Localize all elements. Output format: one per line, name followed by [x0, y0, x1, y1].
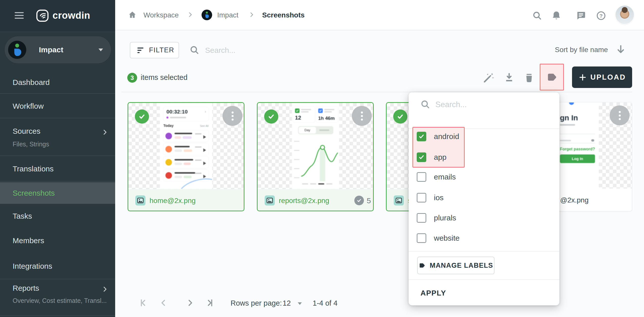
thumb-tab-day: Day — [299, 127, 316, 133]
tag-count-value: 5 — [367, 189, 371, 211]
chevron-down-icon — [98, 49, 103, 51]
breadcrumb-workspace[interactable]: Workspace — [143, 11, 179, 19]
checkbox-checked-icon[interactable] — [417, 152, 426, 162]
thumb-section-text: Today — [163, 124, 174, 128]
image-file-icon — [394, 195, 404, 206]
tag-label-icon — [418, 262, 426, 269]
sidebar-item-screenshots[interactable]: Screenshots — [0, 182, 115, 204]
sidebar-item-translations[interactable]: Translations — [0, 156, 115, 182]
sidebar-item-dashboard[interactable]: Dashboard — [0, 71, 115, 94]
rows-per-page-caret-icon[interactable] — [298, 302, 302, 305]
sidebar-item-sub: Files, Strings — [13, 141, 49, 148]
chevron-right-icon — [101, 128, 109, 137]
pagination-next-page-icon[interactable] — [185, 298, 195, 308]
pagination-prev-page-icon[interactable] — [159, 298, 169, 308]
pagination-first-page-icon[interactable] — [138, 298, 148, 308]
user-avatar[interactable] — [615, 6, 634, 24]
rows-per-page-value[interactable]: 12 — [283, 299, 291, 307]
breadcrumb-project[interactable]: Impact — [217, 11, 238, 19]
breadcrumb-page: Screenshots — [262, 11, 305, 19]
pagination-last-page-icon[interactable] — [205, 298, 215, 308]
dropdown-divider — [409, 279, 559, 280]
selected-check-icon[interactable] — [135, 109, 149, 124]
card-menu-kebab-icon[interactable] — [610, 105, 630, 125]
dropdown-divider — [409, 251, 559, 252]
thumb-login-button: Log In — [560, 154, 595, 163]
search-icon — [189, 44, 200, 57]
help-icon[interactable]: ? — [596, 10, 607, 22]
selected-check-icon[interactable] — [264, 109, 278, 124]
sidebar-item-label: Translations — [13, 156, 54, 182]
card-menu-kebab-icon[interactable] — [352, 106, 372, 126]
thumb-stat2: 1h 46m — [318, 116, 335, 121]
plus-icon — [578, 73, 587, 82]
checkbox-unchecked-icon[interactable] — [417, 172, 426, 182]
chevron-right-icon — [187, 11, 194, 19]
checkbox-unchecked-icon[interactable] — [417, 193, 426, 202]
project-avatar-icon — [8, 41, 26, 59]
filter-button[interactable]: FILTER — [130, 42, 179, 58]
notifications-bell-icon[interactable] — [551, 10, 562, 22]
manage-labels-label: MANAGE LABELS — [430, 262, 493, 269]
label-option-text: app — [434, 147, 447, 167]
label-option-text: emails — [434, 167, 456, 187]
sidebar-item-label: Reports — [13, 284, 39, 292]
checkbox-checked-icon[interactable] — [417, 132, 426, 141]
crowdin-logo-icon[interactable] — [36, 9, 49, 22]
thumb-stat1: 12 — [295, 115, 301, 121]
selected-items-text: items selected — [141, 73, 187, 82]
home-icon[interactable] — [128, 10, 137, 21]
label-option-android[interactable]: android — [409, 126, 559, 147]
labels-search-input[interactable] — [435, 98, 547, 111]
thumb-app-screen: 00:32:10 › Today See All — [160, 103, 212, 189]
sort-control[interactable]: Sort by file name — [555, 46, 608, 54]
image-file-icon — [265, 195, 275, 206]
image-file-icon — [135, 195, 145, 206]
sidebar-item-reports[interactable]: Reports Overview, Cost estimate, Transl.… — [0, 279, 115, 316]
sidebar-item-workflow[interactable]: Workflow — [0, 94, 115, 118]
pagination-range: 1-4 of 4 — [313, 299, 337, 307]
screenshot-card-reports[interactable]: 12 1h 46m Day — [257, 102, 374, 211]
auto-tag-wand-icon[interactable] — [483, 72, 495, 84]
hamburger-menu-icon[interactable] — [15, 12, 24, 19]
sidebar-item-integrations[interactable]: Integrations — [0, 253, 115, 279]
breadcrumb-project-icon — [202, 10, 212, 20]
checkbox-unchecked-icon[interactable] — [417, 233, 426, 243]
chevron-right-icon — [248, 11, 255, 19]
label-option-ios[interactable]: ios — [409, 188, 559, 208]
search-icon[interactable] — [532, 10, 543, 22]
manage-labels-button[interactable]: MANAGE LABELS — [417, 257, 494, 274]
tag-label-icon — [546, 71, 558, 83]
screenshot-thumbnail: 12 1h 46m Day — [258, 103, 373, 189]
selected-count-badge: 3 — [127, 73, 137, 83]
label-option-app[interactable]: app — [409, 147, 559, 167]
sidebar-item-sub: Overview, Cost estimate, Transl... — [13, 297, 108, 304]
project-selector[interactable]: Impact — [5, 36, 111, 63]
brand-name: crowdin — [53, 10, 90, 21]
screenshot-card-home[interactable]: 00:32:10 › Today See All — [128, 102, 244, 211]
checkbox-unchecked-icon[interactable] — [417, 213, 426, 223]
screenshot-filename: home@2x.png — [150, 189, 196, 211]
messages-chat-icon[interactable] — [575, 10, 586, 22]
label-option-plurals[interactable]: plurals — [409, 208, 559, 228]
sidebar-item-members[interactable]: Members — [0, 228, 115, 253]
sidebar-item-label: Tasks — [13, 204, 32, 228]
filter-icon — [137, 48, 143, 53]
label-option-emails[interactable]: emails — [409, 167, 559, 187]
sidebar-item-sources[interactable]: Sources Files, Strings — [0, 118, 115, 156]
upload-button[interactable]: UPLOAD — [572, 66, 632, 88]
card-menu-kebab-icon[interactable] — [222, 106, 242, 126]
sort-direction-arrow-icon[interactable] — [615, 43, 627, 57]
screenshots-search-input[interactable] — [205, 43, 347, 58]
download-icon[interactable] — [503, 72, 515, 84]
sidebar: crowdin Impact Dashboard Workflow Source… — [0, 0, 115, 317]
apply-button[interactable]: APPLY — [420, 285, 446, 301]
search-icon — [420, 99, 431, 111]
selected-check-icon[interactable] — [393, 109, 407, 124]
label-option-website[interactable]: website — [409, 228, 559, 248]
assign-label-button-highlighted[interactable] — [540, 64, 564, 90]
screenshot-filename: @2x.png — [560, 189, 589, 211]
delete-trash-icon[interactable] — [523, 72, 535, 84]
sidebar-item-tasks[interactable]: Tasks — [0, 204, 115, 228]
thumb-app-screen: 12 1h 46m Day — [292, 103, 339, 189]
